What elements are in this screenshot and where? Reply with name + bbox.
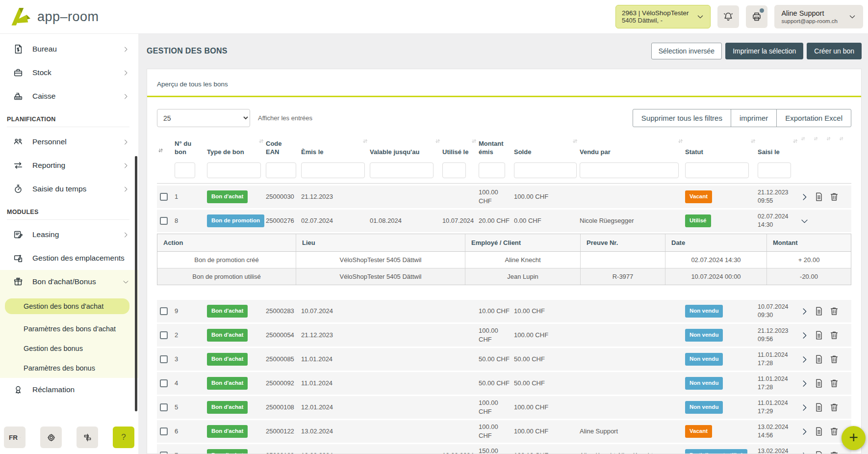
shop-selector[interactable]: 2963 | VéloShopTester 5405 Dättwil, -: [615, 5, 711, 28]
sidebar-item-caisse[interactable]: Caisse: [0, 84, 138, 108]
sidebar-item-parametres-des-bons-dachat[interactable]: Paramètres des bons d'achat: [0, 319, 138, 339]
settings-button[interactable]: [40, 427, 62, 448]
notifications-button[interactable]: [717, 5, 739, 28]
sidebar-item-gestion-des-emplacements[interactable]: Gestion des emplacements: [0, 246, 138, 270]
navigation-button[interactable]: [77, 427, 98, 448]
expand-row-icon[interactable]: [800, 355, 809, 364]
sidebar-item-bureau[interactable]: Bureau: [0, 37, 138, 61]
add-voucher-fab[interactable]: +: [842, 426, 866, 450]
col-solde[interactable]: Solde: [514, 148, 580, 157]
filter-statut[interactable]: [685, 162, 749, 178]
trash-icon[interactable]: [829, 378, 840, 389]
row-checkbox[interactable]: [160, 452, 168, 454]
print-table-button[interactable]: imprimer: [731, 109, 777, 127]
expand-row-icon[interactable]: [800, 427, 809, 436]
trash-icon[interactable]: [829, 402, 840, 413]
col-utilise-le[interactable]: Utilisé le: [442, 148, 479, 157]
sort-icon[interactable]: [677, 137, 684, 145]
sidebar-item-gestion-des-bons-dachat[interactable]: Gestion des bons d'achat: [0, 294, 138, 319]
sidebar-item-leasing[interactable]: Leasing: [0, 223, 138, 246]
expand-row-icon[interactable]: [800, 451, 809, 454]
row-checkbox[interactable]: [160, 427, 168, 435]
sort-icon[interactable]: [470, 137, 478, 145]
filter-utilise-le[interactable]: [442, 162, 466, 178]
sort-icon[interactable]: [825, 135, 832, 142]
user-menu[interactable]: Aline Support support@app-room.ch: [774, 5, 863, 28]
sort-icon[interactable]: [506, 135, 513, 136]
sidebar-item-reclamation[interactable]: Réclamation: [0, 378, 138, 401]
row-checkbox[interactable]: [160, 307, 168, 315]
tab-overview[interactable]: Aperçu de tous les bons: [157, 80, 228, 88]
col-num[interactable]: N° du bon: [175, 140, 207, 157]
sidebar-item-saisie-du-temps[interactable]: Saisie du temps: [0, 177, 138, 201]
document-icon[interactable]: [814, 378, 824, 389]
col-select[interactable]: [157, 147, 175, 157]
sort-icon[interactable]: [257, 137, 265, 145]
filter-emis-le[interactable]: [301, 162, 365, 178]
expand-row-icon[interactable]: [800, 403, 809, 412]
expand-row-icon[interactable]: [800, 192, 809, 202]
row-checkbox[interactable]: [160, 331, 168, 339]
filter-code-ean[interactable]: [266, 162, 296, 178]
sort-icon[interactable]: [361, 137, 369, 145]
invert-selection-button[interactable]: Sélection inversée: [651, 43, 722, 59]
sort-icon[interactable]: [800, 135, 806, 142]
row-checkbox[interactable]: [160, 355, 168, 363]
document-icon[interactable]: [814, 426, 824, 437]
filter-type[interactable]: [207, 162, 261, 178]
clear-filters-button[interactable]: Supprimer tous les filtres: [633, 109, 731, 127]
document-icon[interactable]: [814, 402, 824, 413]
filter-saisi-le[interactable]: [758, 162, 791, 178]
trash-icon[interactable]: [829, 330, 840, 341]
row-checkbox[interactable]: [160, 403, 168, 411]
col-vendu-par[interactable]: Vendu par: [580, 148, 685, 157]
collapse-row-icon[interactable]: [800, 216, 809, 226]
filter-vendu-par[interactable]: [580, 162, 679, 178]
sort-icon[interactable]: [157, 147, 164, 154]
col-valable[interactable]: Valable jusqu'au: [370, 148, 442, 157]
col-code-ean[interactable]: Code EAN: [266, 140, 301, 157]
sidebar-scrollbar[interactable]: [135, 156, 137, 411]
col-saisi-le[interactable]: Saisi le: [758, 148, 800, 157]
trash-icon[interactable]: [829, 426, 840, 437]
filter-montant[interactable]: [479, 162, 505, 178]
sort-icon[interactable]: [791, 137, 799, 145]
entries-select[interactable]: 25: [157, 109, 250, 127]
filter-num[interactable]: [175, 162, 195, 178]
filter-valable[interactable]: [370, 162, 434, 178]
document-icon[interactable]: [814, 450, 824, 454]
sidebar-item-bon-dachat-bonus[interactable]: Bon d'achat/Bonus: [0, 270, 138, 294]
row-checkbox[interactable]: [160, 217, 168, 225]
sort-icon[interactable]: [293, 135, 300, 136]
sort-icon[interactable]: [199, 135, 206, 136]
sort-icon[interactable]: [434, 137, 441, 145]
create-voucher-button[interactable]: Créer un bon: [807, 43, 862, 59]
col-emis-le[interactable]: Èmis le: [301, 148, 370, 157]
expand-row-icon[interactable]: [800, 307, 809, 316]
col-montant-emis[interactable]: Montant émis: [479, 140, 514, 157]
trash-icon[interactable]: [829, 450, 840, 454]
sort-icon[interactable]: [813, 135, 819, 142]
row-checkbox[interactable]: [160, 379, 168, 387]
row-checkbox[interactable]: [160, 193, 168, 201]
sort-icon[interactable]: [571, 137, 579, 145]
document-icon[interactable]: [814, 330, 824, 341]
expand-row-icon[interactable]: [800, 379, 809, 388]
sidebar-item-parametres-des-bonus[interactable]: Paramètres des bonus: [0, 358, 138, 378]
sidebar-item-stock[interactable]: Stock: [0, 61, 138, 84]
print-queue-button[interactable]: [746, 5, 767, 28]
sidebar-item-gestion-des-bonus[interactable]: Gestion des bonus: [0, 339, 138, 358]
document-icon[interactable]: [814, 191, 824, 202]
trash-icon[interactable]: [829, 354, 840, 365]
trash-icon[interactable]: [829, 306, 840, 317]
expand-row-icon[interactable]: [800, 331, 809, 340]
col-statut[interactable]: Statut: [685, 148, 758, 157]
sort-icon[interactable]: [838, 135, 844, 142]
language-select[interactable]: FR: [4, 427, 26, 448]
sort-icon[interactable]: [749, 137, 757, 145]
help-button[interactable]: ?: [113, 427, 134, 448]
document-icon[interactable]: [814, 306, 824, 317]
print-selection-button[interactable]: Imprimer la sélection: [725, 43, 803, 59]
col-type[interactable]: Type de bon: [207, 148, 266, 157]
document-icon[interactable]: [814, 354, 824, 365]
